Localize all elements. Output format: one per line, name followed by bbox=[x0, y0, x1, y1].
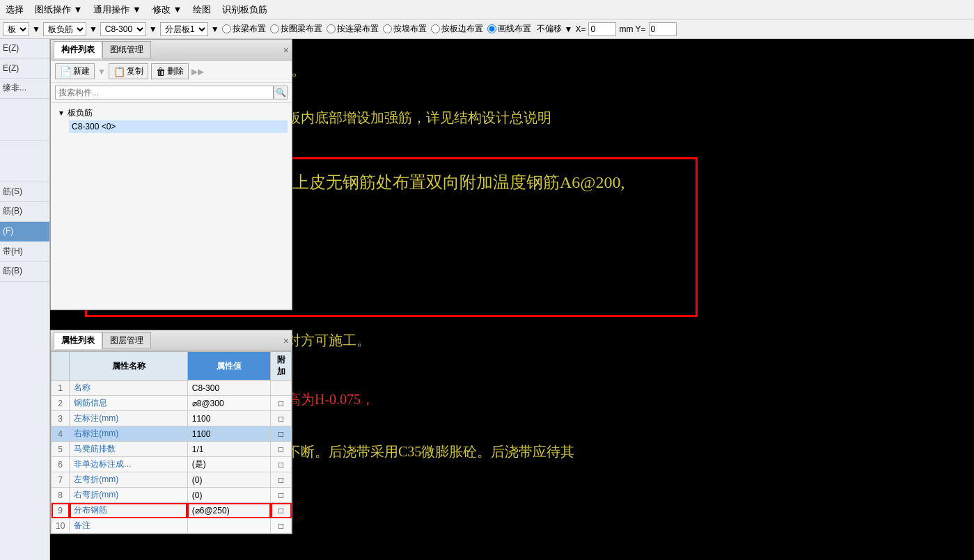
attr-row-num: 2 bbox=[52, 396, 70, 411]
attr-row-value[interactable]: 1/1 bbox=[187, 442, 270, 457]
attr-row-6[interactable]: 6 非单边标注成... (是) □ bbox=[52, 457, 292, 472]
sidebar-item-belt-h[interactable]: 带(H) bbox=[0, 242, 49, 262]
sidebar-item-ez2[interactable]: E(Z) bbox=[0, 59, 49, 79]
type-select[interactable]: 板 bbox=[3, 22, 29, 36]
radio-draw-line-label: 画线布置 bbox=[498, 23, 531, 35]
radio-draw-line[interactable]: 画线布置 bbox=[487, 23, 531, 35]
radio-beam-input[interactable] bbox=[222, 24, 231, 33]
attr-row-9[interactable]: 9 分布钢筋 (⌀6@250) □ bbox=[52, 503, 292, 518]
attr-row-num: 7 bbox=[52, 472, 70, 488]
tab-comp-list[interactable]: 构件列表 bbox=[54, 41, 102, 58]
attr-row-3[interactable]: 3 左标注(mm) 1100 □ bbox=[52, 411, 292, 426]
attr-row-name: 钢筋信息 bbox=[70, 396, 187, 411]
x-input[interactable] bbox=[588, 22, 616, 36]
attr-row-10[interactable]: 10 备注 □ bbox=[52, 518, 292, 534]
toolbar-general-ops[interactable]: 通用操作 ▼ bbox=[93, 3, 141, 16]
tree-item-c8-300[interactable]: C8-300 <0> bbox=[69, 120, 288, 133]
btn-delete[interactable]: 🗑 删除 bbox=[151, 63, 189, 79]
comp-search-input[interactable] bbox=[55, 86, 274, 99]
attr-row-value[interactable]: (是) bbox=[187, 457, 270, 472]
sidebar-item-rebar-b[interactable]: 筋(B) bbox=[0, 202, 49, 222]
toolbar-modify[interactable]: 修改 ▼ bbox=[152, 3, 182, 16]
attr-row-addon: □ bbox=[271, 442, 292, 457]
radio-wall[interactable]: 按墙布置 bbox=[383, 23, 427, 35]
radio-beam[interactable]: 按梁布置 bbox=[222, 23, 266, 35]
sidebar-item-5[interactable] bbox=[0, 141, 49, 182]
attr-row-5[interactable]: 5 马凳筋排数 1/1 □ bbox=[52, 442, 292, 457]
toolbar-identify-rebar[interactable]: 识别板负筋 bbox=[222, 3, 267, 16]
radio-slab-edge-input[interactable] bbox=[431, 24, 440, 33]
attr-row-value[interactable] bbox=[187, 518, 270, 534]
name-select[interactable]: C8-300 bbox=[100, 22, 146, 36]
tab-drawing-mgmt[interactable]: 图纸管理 bbox=[102, 41, 151, 58]
tab-layer-mgmt[interactable]: 图层管理 bbox=[102, 332, 151, 349]
radio-conn-beam-input[interactable] bbox=[327, 24, 336, 33]
sidebar-item-rebar-b2[interactable]: 筋(B) bbox=[0, 262, 49, 282]
attr-row-value[interactable]: (0) bbox=[187, 472, 270, 488]
attr-table: 属性名称 属性值 附加 1 名称 C8-300 2 钢筋信息 ⌀8@300 □ … bbox=[51, 351, 292, 534]
col-name-header: 属性名称 bbox=[70, 352, 187, 381]
comp-panel-titlebar[interactable]: 构件列表 图纸管理 × bbox=[51, 40, 292, 61]
attr-row-value[interactable]: (0) bbox=[187, 488, 270, 503]
radio-ring-beam[interactable]: 按圈梁布置 bbox=[270, 23, 322, 35]
copy-label: 复制 bbox=[127, 65, 143, 77]
attr-row-addon: □ bbox=[271, 426, 292, 442]
sidebar-item-rebar-s[interactable]: 筋(S) bbox=[0, 182, 49, 202]
attr-panel-titlebar[interactable]: 属性列表 图层管理 × bbox=[51, 330, 292, 351]
drawing-ops-label: 图纸操作 ▼ bbox=[35, 3, 82, 16]
tab-attr-list[interactable]: 属性列表 bbox=[54, 332, 102, 349]
layer-select[interactable]: 分层板1 bbox=[160, 22, 208, 36]
search-button[interactable]: 🔍 bbox=[274, 86, 288, 99]
general-ops-label: 通用操作 ▼ bbox=[93, 3, 141, 16]
attr-row-addon bbox=[271, 381, 292, 396]
tree-item-label: C8-300 <0> bbox=[72, 122, 116, 131]
btn-copy[interactable]: 📋 复制 bbox=[109, 63, 148, 79]
toolbar-sep3: ▼ bbox=[149, 24, 157, 34]
col-addon-header: 附加 bbox=[271, 352, 292, 381]
btn-new[interactable]: 📄 新建 bbox=[55, 63, 95, 79]
subtype-select[interactable]: 板负筋 bbox=[43, 22, 86, 36]
delete-icon: 🗑 bbox=[156, 66, 166, 77]
attr-row-1[interactable]: 1 名称 C8-300 bbox=[52, 381, 292, 396]
toolbar-sep1: ▼ bbox=[32, 24, 40, 34]
main-area: E(Z) E(Z) 缘非... 筋(S) 筋(B) (F) 带(H) 筋(B) … bbox=[0, 39, 974, 560]
attr-row-value[interactable]: C8-300 bbox=[187, 381, 270, 396]
attr-panel: 属性列表 图层管理 × 属性名称 属性值 附加 bbox=[50, 330, 292, 534]
toolbar-select[interactable]: 选择 bbox=[6, 3, 24, 16]
y-input[interactable] bbox=[649, 22, 677, 36]
comp-panel-close[interactable]: × bbox=[283, 45, 289, 56]
radio-wall-input[interactable] bbox=[383, 24, 392, 33]
attr-tbody: 1 名称 C8-300 2 钢筋信息 ⌀8@300 □ 3 左标注(mm) 11… bbox=[52, 381, 292, 534]
attr-row-value[interactable]: 1100 bbox=[187, 426, 270, 442]
comp-panel-tabs: 构件列表 图纸管理 bbox=[54, 41, 151, 58]
attr-row-value[interactable]: 1100 bbox=[187, 411, 270, 426]
identify-rebar-label: 识别板负筋 bbox=[222, 3, 267, 16]
x-label: X= bbox=[575, 24, 586, 34]
radio-ring-beam-label: 按圈梁布置 bbox=[281, 23, 322, 35]
attr-row-num: 1 bbox=[52, 381, 70, 396]
sidebar-item-f[interactable]: (F) bbox=[0, 222, 49, 242]
not-offset-label: 不偏移 bbox=[537, 23, 562, 35]
radio-conn-beam[interactable]: 按连梁布置 bbox=[327, 23, 379, 35]
tree-group-slab-rebar[interactable]: ▼ 板负筋 bbox=[55, 106, 288, 120]
attr-row-addon: □ bbox=[271, 488, 292, 503]
attr-row-8[interactable]: 8 右弯折(mm) (0) □ bbox=[52, 488, 292, 503]
attr-row-7[interactable]: 7 左弯折(mm) (0) □ bbox=[52, 472, 292, 488]
radio-draw-line-input[interactable] bbox=[487, 24, 496, 33]
attr-row-name: 左弯折(mm) bbox=[70, 472, 187, 488]
sidebar-item-ez1[interactable]: E(Z) bbox=[0, 39, 49, 59]
radio-ring-beam-input[interactable] bbox=[270, 24, 279, 33]
sidebar-item-edge[interactable]: 缘非... bbox=[0, 79, 49, 99]
toolbar-drawing-ops[interactable]: 图纸操作 ▼ bbox=[35, 3, 82, 16]
attr-panel-close[interactable]: × bbox=[283, 335, 289, 346]
radio-slab-edge[interactable]: 按板边布置 bbox=[431, 23, 483, 35]
attr-panel-tabs: 属性列表 图层管理 bbox=[54, 332, 151, 349]
comp-search-box: 🔍 bbox=[51, 83, 292, 103]
attr-row-value[interactable]: ⌀8@300 bbox=[187, 396, 270, 411]
attr-row-value[interactable]: (⌀6@250) bbox=[187, 503, 270, 518]
attr-row-2[interactable]: 2 钢筋信息 ⌀8@300 □ bbox=[52, 396, 292, 411]
attr-row-4[interactable]: 4 右标注(mm) 1100 □ bbox=[52, 426, 292, 442]
toolbar-draw[interactable]: 绘图 bbox=[193, 3, 211, 16]
sidebar-item-4[interactable] bbox=[0, 99, 49, 141]
comp-tree: ▼ 板负筋 C8-300 <0> bbox=[51, 103, 292, 136]
